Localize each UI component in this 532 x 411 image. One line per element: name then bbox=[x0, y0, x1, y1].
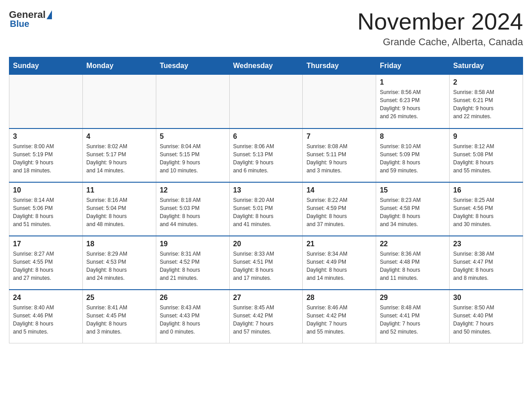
day-info: Sunrise: 8:16 AM Sunset: 5:04 PM Dayligh… bbox=[86, 196, 152, 228]
page-header: General Blue November 2024 Grande Cache,… bbox=[9, 9, 523, 48]
day-number: 21 bbox=[306, 240, 372, 248]
calendar-week-row: 3Sunrise: 8:00 AM Sunset: 5:19 PM Daylig… bbox=[9, 128, 523, 182]
calendar-day-cell: 17Sunrise: 8:27 AM Sunset: 4:55 PM Dayli… bbox=[9, 236, 83, 290]
day-info: Sunrise: 8:31 AM Sunset: 4:52 PM Dayligh… bbox=[160, 250, 226, 282]
day-info: Sunrise: 8:46 AM Sunset: 4:42 PM Dayligh… bbox=[306, 304, 372, 336]
weekday-header: Monday bbox=[82, 57, 156, 75]
calendar-day-cell: 11Sunrise: 8:16 AM Sunset: 5:04 PM Dayli… bbox=[82, 182, 156, 236]
day-info: Sunrise: 8:50 AM Sunset: 4:40 PM Dayligh… bbox=[453, 304, 519, 336]
calendar-day-cell: 9Sunrise: 8:12 AM Sunset: 5:08 PM Daylig… bbox=[450, 128, 523, 182]
logo: General Blue bbox=[9, 9, 52, 29]
calendar-day-cell: 25Sunrise: 8:41 AM Sunset: 4:45 PM Dayli… bbox=[82, 290, 156, 343]
day-number: 2 bbox=[453, 78, 519, 86]
calendar-week-row: 24Sunrise: 8:40 AM Sunset: 4:46 PM Dayli… bbox=[9, 290, 523, 343]
day-number: 28 bbox=[306, 294, 372, 302]
day-number: 25 bbox=[86, 294, 152, 302]
calendar-day-cell: 26Sunrise: 8:43 AM Sunset: 4:43 PM Dayli… bbox=[156, 290, 229, 343]
title-area: November 2024 Grande Cache, Alberta, Can… bbox=[357, 9, 523, 48]
day-number: 12 bbox=[160, 186, 226, 194]
day-info: Sunrise: 8:34 AM Sunset: 4:49 PM Dayligh… bbox=[306, 250, 372, 282]
day-info: Sunrise: 8:22 AM Sunset: 4:59 PM Dayligh… bbox=[306, 196, 372, 228]
logo-blue: Blue bbox=[10, 19, 29, 29]
weekday-header: Saturday bbox=[450, 57, 523, 75]
calendar-day-cell: 1Sunrise: 8:56 AM Sunset: 6:23 PM Daylig… bbox=[376, 75, 450, 128]
calendar-day-cell: 10Sunrise: 8:14 AM Sunset: 5:06 PM Dayli… bbox=[9, 182, 83, 236]
calendar-day-cell: 20Sunrise: 8:33 AM Sunset: 4:51 PM Dayli… bbox=[229, 236, 303, 290]
weekday-header: Friday bbox=[376, 57, 450, 75]
day-info: Sunrise: 8:14 AM Sunset: 5:06 PM Dayligh… bbox=[13, 196, 79, 228]
day-number: 14 bbox=[306, 186, 372, 194]
day-number: 17 bbox=[13, 240, 79, 248]
day-info: Sunrise: 8:56 AM Sunset: 6:23 PM Dayligh… bbox=[380, 88, 446, 120]
weekday-header: Wednesday bbox=[229, 57, 303, 75]
day-info: Sunrise: 8:06 AM Sunset: 5:13 PM Dayligh… bbox=[233, 142, 299, 175]
day-number: 9 bbox=[453, 133, 519, 141]
day-number: 11 bbox=[86, 186, 152, 194]
calendar-day-cell: 30Sunrise: 8:50 AM Sunset: 4:40 PM Dayli… bbox=[450, 290, 523, 343]
calendar-day-cell: 15Sunrise: 8:23 AM Sunset: 4:58 PM Dayli… bbox=[376, 182, 450, 236]
location-title: Grande Cache, Alberta, Canada bbox=[357, 36, 523, 48]
day-info: Sunrise: 8:40 AM Sunset: 4:46 PM Dayligh… bbox=[13, 304, 79, 336]
day-number: 29 bbox=[380, 294, 446, 302]
calendar-day-cell: 12Sunrise: 8:18 AM Sunset: 5:03 PM Dayli… bbox=[156, 182, 229, 236]
logo-triangle-icon bbox=[47, 10, 52, 19]
day-info: Sunrise: 8:41 AM Sunset: 4:45 PM Dayligh… bbox=[86, 304, 152, 336]
calendar-day-cell: 21Sunrise: 8:34 AM Sunset: 4:49 PM Dayli… bbox=[303, 236, 376, 290]
calendar-day-cell: 14Sunrise: 8:22 AM Sunset: 4:59 PM Dayli… bbox=[303, 182, 376, 236]
calendar-day-cell: 29Sunrise: 8:48 AM Sunset: 4:41 PM Dayli… bbox=[376, 290, 450, 343]
day-number: 30 bbox=[453, 294, 519, 302]
calendar-day-cell: 13Sunrise: 8:20 AM Sunset: 5:01 PM Dayli… bbox=[229, 182, 303, 236]
day-number: 10 bbox=[13, 186, 79, 194]
day-number: 4 bbox=[86, 133, 152, 141]
calendar-day-cell: 4Sunrise: 8:02 AM Sunset: 5:17 PM Daylig… bbox=[82, 128, 156, 182]
calendar-day-cell bbox=[229, 75, 303, 128]
day-number: 13 bbox=[233, 186, 299, 194]
day-number: 20 bbox=[233, 240, 299, 248]
day-number: 7 bbox=[306, 133, 372, 141]
day-number: 3 bbox=[13, 133, 79, 141]
weekday-header: Thursday bbox=[303, 57, 376, 75]
calendar-day-cell bbox=[156, 75, 229, 128]
day-number: 19 bbox=[160, 240, 226, 248]
calendar-day-cell: 24Sunrise: 8:40 AM Sunset: 4:46 PM Dayli… bbox=[9, 290, 83, 343]
day-info: Sunrise: 8:18 AM Sunset: 5:03 PM Dayligh… bbox=[160, 196, 226, 228]
day-number: 27 bbox=[233, 294, 299, 302]
day-number: 16 bbox=[453, 186, 519, 194]
calendar-day-cell: 6Sunrise: 8:06 AM Sunset: 5:13 PM Daylig… bbox=[229, 128, 303, 182]
calendar-day-cell: 22Sunrise: 8:36 AM Sunset: 4:48 PM Dayli… bbox=[376, 236, 450, 290]
calendar-day-cell: 3Sunrise: 8:00 AM Sunset: 5:19 PM Daylig… bbox=[9, 128, 83, 182]
calendar-day-cell: 16Sunrise: 8:25 AM Sunset: 4:56 PM Dayli… bbox=[450, 182, 523, 236]
day-number: 18 bbox=[86, 240, 152, 248]
calendar-week-row: 10Sunrise: 8:14 AM Sunset: 5:06 PM Dayli… bbox=[9, 182, 523, 236]
calendar-day-cell: 23Sunrise: 8:38 AM Sunset: 4:47 PM Dayli… bbox=[450, 236, 523, 290]
calendar-table: SundayMondayTuesdayWednesdayThursdayFrid… bbox=[9, 57, 523, 343]
calendar-day-cell bbox=[82, 75, 156, 128]
day-info: Sunrise: 8:38 AM Sunset: 4:47 PM Dayligh… bbox=[453, 250, 519, 282]
calendar-day-cell: 2Sunrise: 8:58 AM Sunset: 6:21 PM Daylig… bbox=[450, 75, 523, 128]
day-number: 1 bbox=[380, 78, 446, 86]
calendar-day-cell: 5Sunrise: 8:04 AM Sunset: 5:15 PM Daylig… bbox=[156, 128, 229, 182]
day-info: Sunrise: 8:25 AM Sunset: 4:56 PM Dayligh… bbox=[453, 196, 519, 228]
month-title: November 2024 bbox=[357, 9, 523, 34]
calendar-day-cell bbox=[9, 75, 83, 128]
day-info: Sunrise: 8:48 AM Sunset: 4:41 PM Dayligh… bbox=[380, 304, 446, 336]
day-number: 5 bbox=[160, 133, 226, 141]
day-info: Sunrise: 8:29 AM Sunset: 4:53 PM Dayligh… bbox=[86, 250, 152, 282]
calendar-week-row: 17Sunrise: 8:27 AM Sunset: 4:55 PM Dayli… bbox=[9, 236, 523, 290]
day-info: Sunrise: 8:23 AM Sunset: 4:58 PM Dayligh… bbox=[380, 196, 446, 228]
day-number: 22 bbox=[380, 240, 446, 248]
calendar-day-cell bbox=[303, 75, 376, 128]
day-info: Sunrise: 8:58 AM Sunset: 6:21 PM Dayligh… bbox=[453, 88, 519, 120]
day-number: 6 bbox=[233, 133, 299, 141]
day-number: 24 bbox=[13, 294, 79, 302]
day-info: Sunrise: 8:08 AM Sunset: 5:11 PM Dayligh… bbox=[306, 142, 372, 175]
calendar-day-cell: 18Sunrise: 8:29 AM Sunset: 4:53 PM Dayli… bbox=[82, 236, 156, 290]
calendar-day-cell: 19Sunrise: 8:31 AM Sunset: 4:52 PM Dayli… bbox=[156, 236, 229, 290]
calendar-day-cell: 8Sunrise: 8:10 AM Sunset: 5:09 PM Daylig… bbox=[376, 128, 450, 182]
day-info: Sunrise: 8:43 AM Sunset: 4:43 PM Dayligh… bbox=[160, 304, 226, 336]
day-info: Sunrise: 8:33 AM Sunset: 4:51 PM Dayligh… bbox=[233, 250, 299, 282]
weekday-header: Sunday bbox=[9, 57, 83, 75]
calendar-day-cell: 28Sunrise: 8:46 AM Sunset: 4:42 PM Dayli… bbox=[303, 290, 376, 343]
day-info: Sunrise: 8:00 AM Sunset: 5:19 PM Dayligh… bbox=[13, 142, 79, 175]
calendar-day-cell: 27Sunrise: 8:45 AM Sunset: 4:42 PM Dayli… bbox=[229, 290, 303, 343]
